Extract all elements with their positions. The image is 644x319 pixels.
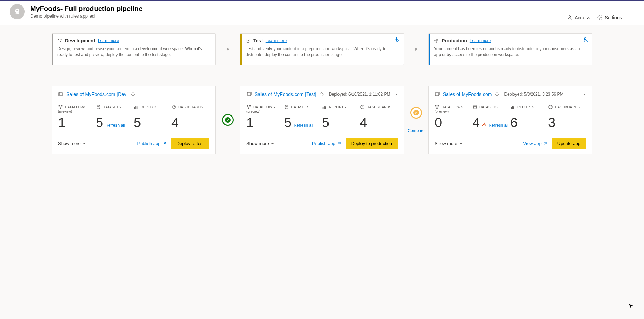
stage-name-prod: Production: [442, 38, 467, 43]
svg-rect-34: [513, 106, 514, 109]
workspace-link[interactable]: Sales of MyFoods.com [Dev]: [66, 91, 128, 97]
external-link-icon: [543, 142, 547, 146]
settings-button[interactable]: Settings: [597, 15, 622, 20]
publish-app-link[interactable]: Publish app: [312, 141, 341, 146]
svg-rect-22: [325, 106, 326, 109]
svg-rect-8: [134, 107, 135, 109]
stage-settings-button[interactable]: [394, 37, 400, 44]
bar-chart-icon: [510, 104, 515, 109]
external-link-icon: [162, 142, 166, 146]
workspace-card-prod: Sales of MyFoods.com Deployed: 5/3/2021,…: [428, 86, 592, 154]
metric-dashboards: DASHBOARDS 3: [548, 104, 586, 129]
lightning-gear-icon: [582, 37, 588, 43]
header-text: MyFoods- Full production pipeline Demo p…: [30, 5, 143, 19]
svg-rect-18: [248, 108, 249, 109]
deploy-to-test-button[interactable]: Deploy to test: [171, 138, 210, 149]
between-test-prod: ✕ Compare: [404, 33, 428, 154]
svg-rect-12: [247, 39, 249, 43]
metric-datasets: DATASETS 5Refresh all: [284, 104, 322, 129]
learn-more-link[interactable]: Learn more: [470, 38, 491, 43]
metric-dashboards: DASHBOARDS 4: [360, 104, 398, 129]
gauge-icon: [171, 104, 176, 109]
tools-icon: [57, 38, 62, 43]
svg-rect-4: [59, 105, 60, 107]
svg-point-13: [398, 41, 399, 42]
stage-description: Design, review, and revise your content …: [57, 46, 210, 58]
learn-more-link[interactable]: Learn more: [266, 38, 287, 43]
metric-datasets: DATASETS 4Refresh all: [473, 104, 510, 129]
svg-point-19: [285, 105, 288, 107]
check-icon: ✓: [226, 118, 229, 122]
chevron-down-icon: [459, 142, 463, 146]
header-actions: Access Settings ⋯: [567, 14, 636, 21]
bar-chart-icon: [134, 104, 138, 109]
svg-rect-9: [135, 106, 136, 109]
card-more-button[interactable]: ⋮: [393, 91, 399, 97]
more-options-button[interactable]: ⋯: [629, 14, 636, 21]
svg-point-0: [569, 16, 571, 18]
access-button[interactable]: Access: [567, 15, 590, 20]
chevron-right-icon: [414, 47, 418, 51]
deploy-to-production-button[interactable]: Deploy to production: [346, 138, 398, 149]
svg-rect-33: [512, 106, 513, 109]
stage-column-dev: Development Learn more Design, review, a…: [52, 33, 216, 154]
diamond-icon: [495, 92, 499, 97]
pipeline-row: Development Learn more Design, review, a…: [52, 33, 592, 154]
svg-rect-30: [436, 108, 438, 109]
view-app-link[interactable]: View app: [523, 141, 547, 146]
globe-icon: [434, 38, 439, 43]
main-content: Development Learn more Design, review, a…: [0, 25, 644, 168]
pipeline-logo: [10, 4, 25, 19]
database-icon: [96, 104, 101, 109]
learn-more-link[interactable]: Learn more: [98, 38, 119, 43]
show-more-button[interactable]: Show more: [435, 141, 463, 146]
workspace-card-dev: Sales of MyFoods.com [Dev] ⋮ DATAFLOWS (…: [52, 86, 216, 154]
svg-point-1: [599, 17, 600, 18]
compare-link[interactable]: Compare: [408, 128, 424, 133]
dataflow-icon: [58, 104, 63, 109]
metric-dataflows: DATAFLOWS (preview) 1: [246, 104, 284, 129]
database-icon: [473, 104, 477, 109]
stage-column-prod: Production Learn more Your content has b…: [428, 33, 592, 154]
warning-icon: [482, 122, 487, 127]
card-more-button[interactable]: ⋮: [205, 91, 211, 97]
refresh-all-link[interactable]: Refresh all: [489, 123, 508, 128]
stage-description: Test and verify your content in a prepro…: [246, 46, 398, 58]
refresh-all-link[interactable]: Refresh all: [293, 123, 313, 128]
metric-datasets: DATASETS 5Refresh all: [96, 104, 134, 129]
update-app-button[interactable]: Update app: [552, 138, 586, 149]
svg-rect-6: [60, 108, 61, 109]
page-title: MyFoods- Full production pipeline: [30, 5, 143, 13]
svg-rect-28: [435, 105, 437, 107]
gauge-icon: [360, 104, 365, 109]
show-more-button[interactable]: Show more: [246, 141, 275, 146]
page-header: MyFoods- Full production pipeline Demo p…: [0, 1, 644, 25]
stage-card-test: Test Learn more Test and verify your con…: [240, 33, 404, 65]
workspace-icon: [246, 91, 252, 97]
between-dev-test: ✓: [216, 33, 240, 154]
workspace-icon: [58, 91, 64, 97]
lightning-gear-icon: [394, 37, 400, 43]
publish-app-link[interactable]: Publish app: [137, 141, 166, 146]
compare-status-diff[interactable]: ✕: [410, 107, 422, 119]
svg-rect-16: [247, 105, 248, 107]
chevron-right-icon: [226, 47, 230, 51]
x-icon: ✕: [415, 111, 418, 115]
stage-settings-button[interactable]: [582, 37, 588, 44]
metric-dashboards: DASHBOARDS 4: [171, 104, 209, 129]
svg-rect-32: [511, 107, 512, 109]
workspace-link[interactable]: Sales of MyFoods.com: [443, 91, 492, 97]
refresh-all-link[interactable]: Refresh all: [105, 123, 125, 128]
metric-dataflows: DATAFLOWS (preview) 1: [58, 104, 96, 129]
card-more-button[interactable]: ⋮: [582, 91, 587, 97]
metric-reports: REPORTS 6: [510, 104, 548, 129]
metric-reports: REPORTS 5: [322, 104, 360, 129]
stage-name-test: Test: [253, 38, 263, 43]
chevron-down-icon: [270, 142, 275, 146]
stage-card-prod: Production Learn more Your content has b…: [428, 33, 592, 65]
svg-rect-21: [324, 106, 325, 109]
workspace-link[interactable]: Sales of MyFoods.com [Test]: [255, 91, 317, 97]
database-icon: [284, 104, 289, 109]
compare-status-ok[interactable]: ✓: [222, 114, 234, 126]
show-more-button[interactable]: Show more: [58, 141, 86, 146]
